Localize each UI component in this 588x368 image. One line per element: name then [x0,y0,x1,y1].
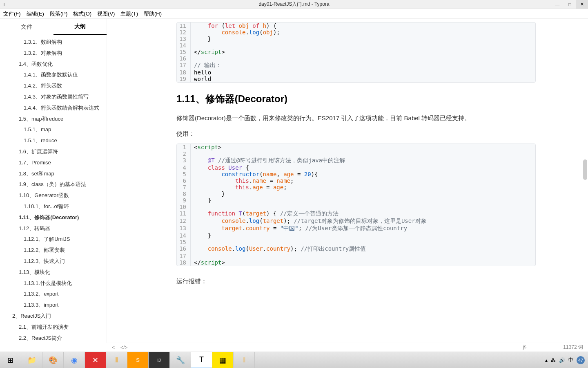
menu-paragraph[interactable]: 段落(P) [50,10,67,18]
outline-item[interactable]: 1.3.2、对象解构 [0,48,107,59]
outline-item[interactable]: 1.6、扩展运算符 [0,146,107,157]
menu-view[interactable]: 视图(V) [97,10,115,18]
code-block-2: 1<script>23 @T //通过@符号进行引用该方法，类似java中的注解… [176,144,536,266]
outline-item[interactable]: 1.7、Promise [0,157,107,168]
outline-item[interactable]: 2、ReactJS入门 [0,311,107,322]
outline-item[interactable]: 1.12.1、了解UmiJS [0,234,107,245]
menu-format[interactable]: 格式(O) [73,10,91,18]
outline-item[interactable]: 1.8、set和map [0,168,107,180]
code-line: 13 } [177,36,535,42]
outline-item[interactable]: 1.12.2、部署安装 [0,245,107,256]
outline-item[interactable]: 2.2、ReactJS简介 [0,333,107,343]
code-line: 7 this.age = age; [177,184,535,191]
code-line: 2 [177,150,535,157]
code-line: 15 [177,239,535,245]
outline-item[interactable]: 1.12.3、快速入门 [0,256,107,267]
code-line: 6 this.name = name; [177,177,535,184]
paragraph-error: 运行报错： [176,276,536,287]
titlebar: T day01-ReactJS入门.md - Typora — □ ✕ [0,0,588,9]
code-line: 19world [177,76,535,82]
outline-item[interactable]: 1.10、Generator函数 [0,190,107,201]
outline-item[interactable]: 1.4、函数优化 [0,59,107,70]
code-line: 10 [177,204,535,210]
heading-decorator: 1.11、修饰器(Decorator) [176,92,536,105]
menu-edit[interactable]: 编辑(E) [27,10,44,18]
minimize-button[interactable]: — [551,0,564,9]
outline-item[interactable]: 1.11、修饰器(Decorator) [0,212,107,223]
code-line: 16 [177,55,535,62]
outline-item[interactable]: 1.5.1、reduce [0,135,107,146]
code-line: 14 } [177,232,535,239]
code-line: 11 function T(target) { //定义一个普通的方法 [177,210,535,218]
code-line: 13 target.country = "中国"; //为User类添加一个静态… [177,225,535,232]
outline-item[interactable]: 1.4.4、箭头函数结合解构表达式 [0,103,107,114]
paragraph-usage: 使用： [176,128,536,139]
code-line: 8 } [177,191,535,197]
sidebar: 文件 大纲 1.3.1、数组解构1.3.2、对象解构1.4、函数优化1.4.1、… [0,19,107,343]
outline-item[interactable]: 1.13.2、export [0,289,107,300]
tab-file[interactable]: 文件 [0,19,53,35]
menu-theme[interactable]: 主题(T) [120,10,138,18]
outline-item[interactable]: 1.13.3、import [0,300,107,311]
outline-item[interactable]: 1.3.1、数组解构 [0,37,107,48]
menu-file[interactable]: 文件(F) [3,10,21,18]
outline-item[interactable]: 1.4.2、箭头函数 [0,81,107,92]
outline-list[interactable]: 1.3.1、数组解构1.3.2、对象解构1.4、函数优化1.4.1、函数参数默认… [0,35,107,343]
code-line: 12 console.log(target); //target对象为修饰的目标… [177,218,535,225]
scrollbar-thumb[interactable] [583,159,587,180]
code-line: 14 [177,42,535,49]
code-line: 3 @T //通过@符号进行引用该方法，类似java中的注解 [177,157,535,164]
outline-item[interactable]: 1.12、转码器 [0,223,107,234]
code-line: 11 for (let obj of h) { [177,22,535,29]
paragraph-intro: 修饰器(Decorator)是一个函数，用来修改类的行为。ES2017 引入了这… [176,113,536,123]
outline-item[interactable]: 1.5.1、map [0,124,107,135]
outline-item[interactable]: 1.5、map和reduce [0,114,107,125]
code-line: 18hello [177,69,535,76]
code-line: 15</script> [177,49,535,55]
code-block-1: 11 for (let obj of h) {12 console.log(ob… [176,22,536,83]
tab-outline[interactable]: 大纲 [53,19,107,35]
code-line: 9 } [177,197,535,204]
code-line: 5 constructor(name, age = 20){ [177,171,535,177]
close-button[interactable]: ✕ [576,0,588,9]
code-line: 17// 输出： [177,62,535,69]
content-area[interactable]: 11 for (let obj of h) {12 console.log(ob… [107,19,588,343]
code-line: 1<script> [177,144,535,150]
code-line: 12 console.log(obj); [177,29,535,36]
menu-help[interactable]: 帮助(H) [144,10,162,18]
menubar: 文件(F) 编辑(E) 段落(P) 格式(O) 视图(V) 主题(T) 帮助(H… [0,9,588,19]
outline-item[interactable]: 1.4.3、对象的函数属性简写 [0,92,107,103]
outline-item[interactable]: 2.1、前端开发的演变 [0,322,107,333]
code-line: 4 class User { [177,164,535,171]
app-icon: T [0,2,8,7]
code-line: 18</script> [177,259,535,266]
outline-item[interactable]: 1.13.1.什么是模块化 [0,278,107,289]
outline-item[interactable]: 1.13、模块化 [0,267,107,278]
outline-item[interactable]: 1.4.1、函数参数默认值 [0,70,107,81]
code-line: 17 [177,253,535,259]
window-title: day01-ReactJS入门.md - Typora [258,1,329,8]
outline-item[interactable]: 1.9、class（类）的基本语法 [0,179,107,190]
outline-item[interactable]: 1.10.1、for...of循环 [0,201,107,212]
maximize-button[interactable]: □ [564,0,576,9]
code-line: 16 console.log(User.country); //打印出count… [177,245,535,253]
